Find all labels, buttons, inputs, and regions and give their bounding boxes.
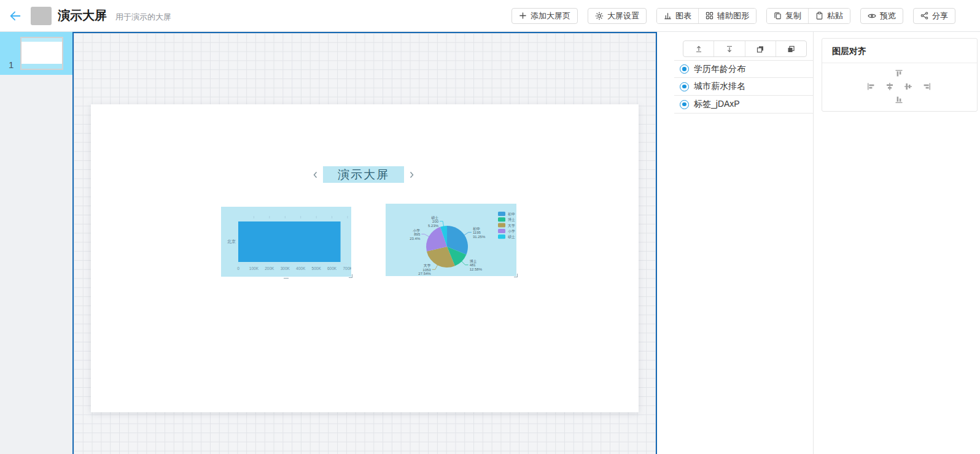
align-vertical-center-button[interactable] <box>903 82 913 91</box>
settings-label: 大屏设置 <box>607 10 639 21</box>
svg-text:0: 0 <box>237 266 239 271</box>
layer-label: 城市薪水排名 <box>694 81 745 92</box>
svg-text:小学89523.4%: 小学89523.4% <box>410 229 421 240</box>
align-right-button[interactable] <box>922 82 931 91</box>
layer-selected-radio[interactable] <box>680 100 689 109</box>
layer-label: 标签_jDAxP <box>694 99 740 110</box>
clipboard-paste-icon <box>815 12 823 20</box>
copy-icon <box>774 12 782 20</box>
topbar: 演示大屏 用于演示的大屏 添加大屏页 大屏设置 图表 辅助图形 <box>0 0 980 32</box>
copy-button[interactable]: 复制 <box>767 9 808 23</box>
svg-text:博士48112.58%: 博士48112.58% <box>470 260 483 271</box>
svg-text:600K: 600K <box>327 266 337 271</box>
copy-label: 复制 <box>785 10 801 21</box>
blocks-grid-icon <box>706 12 714 20</box>
page-thumbnail-preview <box>20 37 63 70</box>
send-to-back-button[interactable] <box>714 41 744 56</box>
layer-selected-radio[interactable] <box>680 64 689 74</box>
bring-to-front-icon <box>694 45 703 53</box>
resize-handle-corner-icon[interactable] <box>514 274 518 277</box>
resize-handle-corner-icon[interactable] <box>349 274 352 278</box>
send-to-back-icon <box>725 45 734 53</box>
eye-icon <box>868 12 876 20</box>
move-layer-down-icon <box>787 45 795 53</box>
add-page-button[interactable]: 添加大屏页 <box>511 8 578 24</box>
clipboard-button-group: 复制 粘贴 <box>766 8 850 24</box>
layer-row[interactable]: 标签_jDAxP <box>674 96 814 113</box>
pie-chart: 初中119531.25%博士48112.58%大学105327.54%小学895… <box>386 204 516 276</box>
align-right-icon <box>922 82 931 91</box>
align-top-icon <box>895 69 903 78</box>
svg-text:小学: 小学 <box>508 229 515 233</box>
layer-selected-radio[interactable] <box>680 82 689 91</box>
thumbnail-top-strip <box>21 38 62 42</box>
align-top-button[interactable] <box>894 69 904 79</box>
move-layer-down-button[interactable] <box>776 41 806 56</box>
bar-chart-element[interactable]: 北京0100K200K300K400K500K600K700K <box>221 207 351 277</box>
pages-sidebar: 1 <box>0 32 72 454</box>
svg-text:100K: 100K <box>249 266 259 271</box>
layer-align-box: 图层对齐 <box>822 38 978 112</box>
svg-text:博士: 博士 <box>508 218 515 222</box>
canvas-title-label-element[interactable]: 演示大屏 <box>323 166 404 183</box>
layer-row[interactable]: 城市薪水排名 <box>674 78 814 96</box>
canvas-viewport[interactable]: 演示大屏 北京0100K200K300K400K500K600K700K 初中1… <box>72 32 657 454</box>
layers-panel: 学历年龄分布城市薪水排名标签_jDAxP <box>657 32 814 454</box>
svg-text:初中: 初中 <box>508 212 515 216</box>
align-horizontal-center-icon <box>885 82 894 91</box>
share-nodes-icon <box>920 12 928 20</box>
paste-label: 粘贴 <box>827 10 843 21</box>
move-layer-up-icon <box>756 45 764 53</box>
move-layer-up-button[interactable] <box>745 41 776 56</box>
insert-button-group: 图表 辅助图形 <box>656 8 756 24</box>
paste-button[interactable]: 粘贴 <box>808 9 850 23</box>
layer-align-title: 图层对齐 <box>822 39 977 63</box>
aux-shapes-button[interactable]: 辅助图形 <box>698 9 756 23</box>
page-thumbnail-item-selected[interactable]: 1 <box>0 32 72 75</box>
aux-shapes-label: 辅助图形 <box>717 10 749 21</box>
resize-handle-right-icon[interactable] <box>410 171 414 178</box>
svg-text:700K: 700K <box>343 266 351 271</box>
svg-text:大学105327.54%: 大学105327.54% <box>418 263 431 275</box>
bar-chart: 北京0100K200K300K400K500K600K700K <box>221 207 351 277</box>
share-label: 分享 <box>932 10 948 21</box>
align-horizontal-center-button[interactable] <box>885 82 895 91</box>
screen-subtitle: 用于演示的大屏 <box>115 12 171 23</box>
chart-label: 图表 <box>675 10 691 21</box>
page-number: 1 <box>9 60 14 70</box>
svg-text:400K: 400K <box>296 266 306 271</box>
svg-text:500K: 500K <box>312 266 322 271</box>
svg-text:大学: 大学 <box>508 223 515 228</box>
layer-label: 学历年龄分布 <box>694 64 745 75</box>
align-left-button[interactable] <box>866 82 876 91</box>
plus-icon <box>519 12 527 20</box>
svg-text:硕士: 硕士 <box>508 234 515 239</box>
align-bottom-button[interactable] <box>894 94 904 104</box>
gear-icon <box>595 12 604 20</box>
svg-text:硕士2005.23%: 硕士2005.23% <box>428 215 439 228</box>
share-button[interactable]: 分享 <box>913 8 955 24</box>
align-bottom-icon <box>895 95 903 104</box>
pie-chart-element[interactable]: 初中119531.25%博士48112.58%大学105327.54%小学895… <box>386 204 516 276</box>
layer-row[interactable]: 学历年龄分布 <box>674 60 814 78</box>
add-page-label: 添加大屏页 <box>531 10 570 21</box>
bring-to-front-button[interactable] <box>683 41 714 56</box>
resize-handle-bottom-icon[interactable] <box>284 277 289 279</box>
svg-text:初中119531.25%: 初中119531.25% <box>473 226 486 239</box>
canvas-page[interactable] <box>91 104 639 412</box>
properties-panel: 图层对齐 <box>814 32 980 454</box>
back-button[interactable] <box>7 8 23 24</box>
preview-button[interactable]: 预览 <box>860 8 903 24</box>
align-icons-area <box>822 66 977 111</box>
canvas-title-text: 演示大屏 <box>338 167 389 183</box>
layer-list: 学历年龄分布城市薪水排名标签_jDAxP <box>674 60 814 113</box>
resize-handle-left-icon[interactable] <box>313 171 317 178</box>
screen-settings-button[interactable]: 大屏设置 <box>588 8 647 24</box>
app-window: 演示大屏 用于演示的大屏 添加大屏页 大屏设置 图表 辅助图形 <box>0 0 980 454</box>
svg-text:北京: 北京 <box>227 239 236 244</box>
align-vertical-center-icon <box>904 82 912 91</box>
chart-button[interactable]: 图表 <box>657 9 698 23</box>
bar-chart-icon <box>664 12 672 20</box>
align-left-icon <box>867 82 876 91</box>
svg-text:300K: 300K <box>281 266 290 271</box>
